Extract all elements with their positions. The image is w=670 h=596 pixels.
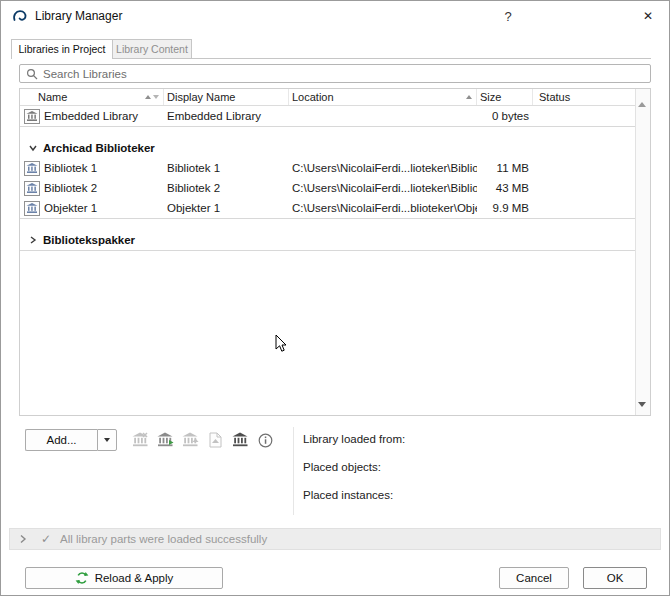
vertical-scrollbar[interactable] [635, 89, 650, 415]
group-label: Archicad Biblioteker [43, 142, 155, 154]
manage-libraries-button[interactable] [229, 429, 252, 451]
row-display-name: Bibliotek 1 [164, 162, 289, 174]
tab-library-content[interactable]: Library Content [112, 39, 192, 59]
row-location: C:\Users\NicolaiFerdi...blioteker\Objekt… [289, 202, 477, 214]
column-header-name[interactable]: Name [20, 89, 164, 105]
close-button[interactable]: ✕ [633, 4, 663, 28]
export-library-button[interactable] [179, 429, 202, 451]
sort-icons [466, 95, 472, 99]
row-size: 0 bytes [477, 110, 533, 122]
library-icon [20, 161, 44, 176]
row-location: C:\Users\NicolaiFerdi...lioteker\Bibliot… [289, 182, 477, 194]
archicad-logo-icon [12, 8, 28, 24]
row-size: 43 MB [477, 182, 533, 194]
row-display-name: Embedded Library [164, 110, 289, 122]
scroll-up-icon[interactable] [638, 93, 646, 111]
library-icon [20, 201, 44, 216]
embedded-library-icon [20, 109, 44, 124]
help-button[interactable]: ? [493, 4, 523, 28]
column-label: Size [480, 91, 501, 103]
table-header: Name Display Name Location Size [20, 89, 636, 106]
placed-instances-label: Placed instances: [303, 489, 405, 502]
titlebar: Library Manager ? ✕ [1, 1, 669, 31]
window-title: Library Manager [35, 9, 122, 23]
row-name: Embedded Library [44, 110, 164, 122]
row-size: 9.9 MB [477, 202, 533, 214]
save-library-button[interactable] [204, 429, 227, 451]
group-separator [20, 126, 636, 138]
group-label: Bibliotekspakker [43, 234, 135, 246]
group-row-bibliotekspakker[interactable]: Bibliotekspakker [20, 230, 636, 251]
add-split-button: Add... [25, 429, 117, 451]
table-body: Name Display Name Location Size [20, 89, 636, 415]
add-button[interactable]: Add... [25, 429, 97, 451]
search-input[interactable] [43, 68, 650, 80]
reload-icon [75, 571, 89, 585]
row-name: Objekter 1 [44, 202, 164, 214]
info-button[interactable] [254, 429, 277, 451]
column-label: Name [38, 91, 67, 103]
library-manager-dialog: Library Manager ? ✕ Libraries in Project… [0, 0, 670, 596]
chevron-down-icon[interactable] [26, 143, 40, 153]
sort-ascending-icon [145, 95, 151, 99]
sort-icons [145, 95, 159, 99]
tab-libraries-in-project[interactable]: Libraries in Project [11, 39, 113, 59]
embed-library-button[interactable] [154, 429, 177, 451]
placed-objects-label: Placed objects: [303, 461, 405, 474]
row-location: C:\Users\NicolaiFerdi...lioteker\Bibliot… [289, 162, 477, 174]
search-icon [26, 68, 38, 80]
row-display-name: Objekter 1 [164, 202, 289, 214]
row-name: Bibliotek 1 [44, 162, 164, 174]
column-header-status[interactable]: Status [533, 89, 636, 105]
chevron-right-icon[interactable] [26, 235, 40, 245]
reload-apply-label: Reload & Apply [95, 572, 174, 584]
remove-library-button[interactable] [129, 429, 152, 451]
status-message: All library parts were loaded successful… [60, 533, 267, 545]
ok-button[interactable]: OK [583, 567, 647, 589]
table-row-bibliotek-2[interactable]: Bibliotek 2 Bibliotek 2 C:\Users\Nicolai… [20, 178, 636, 198]
column-label: Display Name [167, 91, 235, 103]
search-box [19, 64, 651, 83]
reload-apply-button[interactable]: Reload & Apply [25, 567, 223, 589]
row-name: Bibliotek 2 [44, 182, 164, 194]
table-row-bibliotek-1[interactable]: Bibliotek 1 Bibliotek 1 C:\Users\Nicolai… [20, 158, 636, 178]
library-table: Name Display Name Location Size [19, 88, 651, 416]
table-row-embedded-library[interactable]: Embedded Library Embedded Library 0 byte… [20, 106, 636, 126]
column-label: Location [292, 91, 334, 103]
library-details-panel: Library loaded from: Placed objects: Pla… [303, 433, 405, 517]
group-separator [20, 218, 636, 230]
chevron-right-icon[interactable] [19, 534, 27, 544]
status-bar[interactable]: ✓ All library parts were loaded successf… [9, 528, 661, 550]
row-size: 11 MB [477, 162, 533, 174]
sort-descending-icon [153, 95, 159, 99]
library-icon [20, 181, 44, 196]
group-row-archicad-biblioteker[interactable]: Archicad Biblioteker [20, 138, 636, 158]
library-loaded-from-label: Library loaded from: [303, 433, 405, 446]
column-header-display-name[interactable]: Display Name [164, 89, 289, 105]
sort-ascending-icon [466, 95, 472, 99]
library-toolbar [129, 429, 277, 451]
add-dropdown-button[interactable] [97, 429, 117, 451]
check-icon: ✓ [41, 532, 51, 546]
toolbar-details-divider [293, 427, 294, 515]
scroll-down-icon[interactable] [638, 393, 646, 411]
table-row-objekter-1[interactable]: Objekter 1 Objekter 1 C:\Users\NicolaiFe… [20, 198, 636, 218]
column-header-location[interactable]: Location [289, 89, 477, 105]
row-display-name: Bibliotek 2 [164, 182, 289, 194]
column-label: Status [539, 91, 570, 103]
cancel-button[interactable]: Cancel [499, 567, 569, 589]
chevron-down-icon [104, 438, 110, 442]
column-header-size[interactable]: Size [477, 89, 533, 105]
